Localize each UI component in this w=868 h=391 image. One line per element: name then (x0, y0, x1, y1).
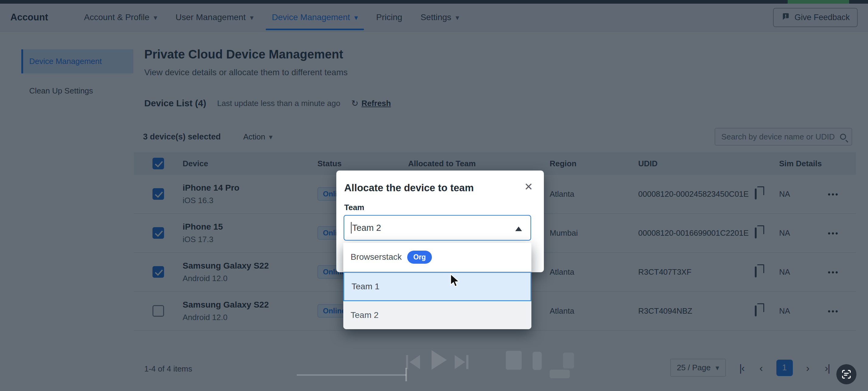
mouse-cursor (448, 273, 462, 289)
modal-title: Allocate the device to team (344, 182, 473, 194)
scan-screen-icon (841, 368, 852, 380)
chevron-up-icon (515, 227, 522, 231)
team-field-label: Team (344, 203, 364, 212)
ghost-skip-back-icon (410, 355, 420, 369)
ghost-skip-forward-icon (466, 355, 468, 369)
ghost-play-icon (432, 350, 447, 370)
team-option-team-2[interactable]: Team 2 (343, 301, 531, 329)
chrome-strip-progress (788, 0, 849, 4)
close-icon[interactable] (523, 180, 535, 192)
screen: Account Account & Profile User Managemen… (0, 0, 868, 391)
browser-chrome-strip (0, 0, 868, 4)
ghost-control-icon (563, 353, 574, 368)
team-dropdown-list: Browserstack Org Team 1 Team 2 (343, 243, 531, 329)
team-option-team-1[interactable]: Team 1 (343, 272, 531, 301)
team-select-value: Team 2 (352, 223, 381, 233)
ghost-skip-forward-icon (455, 355, 465, 369)
ghost-progress-marker (405, 368, 407, 381)
team-select-input[interactable]: Team 2 (344, 215, 531, 241)
ghost-progress-bar (297, 374, 406, 376)
team-option-browserstack[interactable]: Browserstack Org (343, 243, 531, 272)
screen-capture-tool-button[interactable] (836, 364, 857, 384)
ghost-skip-back-icon (406, 355, 408, 369)
ghost-phone-icon (533, 352, 542, 370)
org-badge: Org (407, 251, 432, 264)
text-cursor (351, 222, 351, 234)
ghost-label (550, 370, 570, 378)
ghost-monitor-icon (506, 351, 522, 370)
